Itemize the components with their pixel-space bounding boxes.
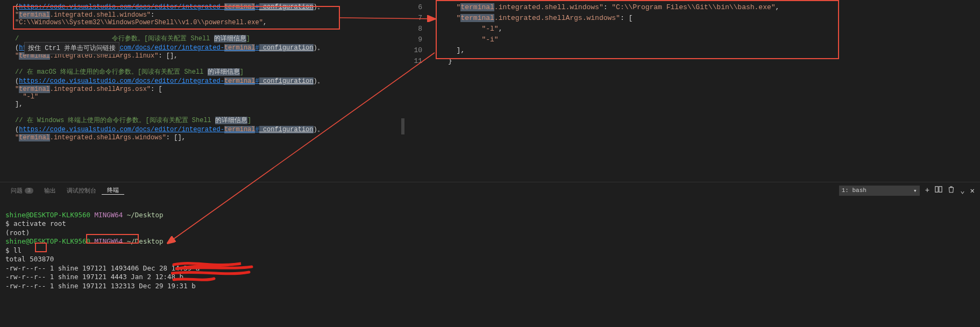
annotation-arrows <box>0 0 980 327</box>
redaction-scribble <box>171 261 257 283</box>
link-tooltip: 按住 Ctrl 并单击可访问链接 <box>24 42 119 54</box>
svg-line-2 <box>340 18 435 19</box>
svg-line-3 <box>168 53 435 243</box>
